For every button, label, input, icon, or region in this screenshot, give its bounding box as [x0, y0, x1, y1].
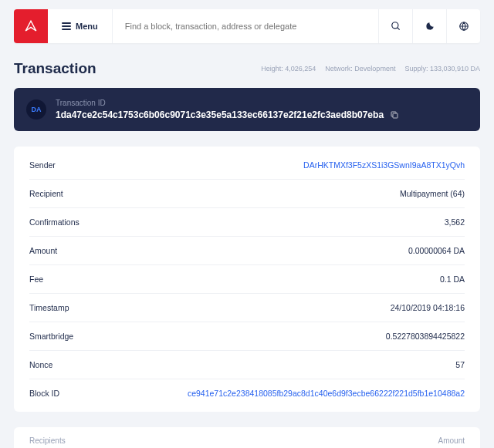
- txid-value: 1da47ce2c54c1753c6b06c9071c3e35e5a133ec6…: [56, 109, 384, 120]
- detail-value: 0.1 DA: [440, 275, 465, 284]
- page-header: Transaction Height: 4,026,254 Network: D…: [14, 60, 480, 77]
- network-meta: Height: 4,026,254 Network: Development S…: [261, 65, 480, 72]
- detail-link[interactable]: DArHKTMXf3F5zXS1i3GSwnI9aA8TX1yQvh: [303, 160, 465, 170]
- transaction-id-card: DA Transaction ID 1da47ce2c54c1753c6b06c…: [14, 88, 480, 131]
- detail-row: Confirmations3,562: [29, 208, 465, 237]
- svg-line-1: [397, 28, 399, 30]
- detail-value: 57: [455, 360, 465, 369]
- brand-logo[interactable]: [14, 9, 48, 43]
- svg-point-0: [391, 22, 398, 29]
- detail-link[interactable]: ce941e71c2e238418085fb29ac8d1c40e6d9f3ec…: [188, 389, 465, 398]
- detail-row: Fee0.1 DA: [29, 265, 465, 294]
- detail-row: Block IDce941e71c2e238418085fb29ac8d1c40…: [29, 379, 465, 407]
- detail-label: Recipient: [29, 189, 63, 198]
- globe-icon: [458, 21, 469, 32]
- detail-value: 0.00000064 DA: [408, 246, 465, 255]
- col-recipients: Recipients: [29, 436, 66, 445]
- detail-row: Smartbridge0.5227803894425822: [29, 322, 465, 351]
- copy-icon[interactable]: [390, 110, 399, 120]
- detail-label: Timestamp: [29, 303, 69, 312]
- recipients-header: Recipients Amount: [29, 427, 465, 448]
- detail-label: Nonce: [29, 360, 52, 369]
- currency-badge: DA: [26, 99, 46, 120]
- detail-value: 24/10/2019 04:18:16: [391, 303, 465, 312]
- details-card: SenderDArHKTMXf3F5zXS1i3GSwnI9aA8TX1yQvh…: [14, 147, 480, 412]
- detail-row: RecipientMultipayment (64): [29, 180, 465, 208]
- detail-label: Fee: [29, 275, 43, 284]
- menu-label: Menu: [76, 22, 98, 31]
- theme-toggle[interactable]: [412, 9, 446, 43]
- detail-label: Smartbridge: [29, 332, 73, 341]
- txid-label: Transaction ID: [56, 99, 399, 107]
- search-input[interactable]: [125, 22, 366, 31]
- detail-value: Multipayment (64): [400, 189, 465, 198]
- detail-label: Amount: [29, 246, 57, 255]
- page-title: Transaction: [14, 60, 96, 77]
- detail-row: Amount0.00000064 DA: [29, 237, 465, 265]
- detail-label: Confirmations: [29, 217, 80, 227]
- network-button[interactable]: [446, 9, 480, 43]
- svg-rect-3: [393, 113, 398, 118]
- detail-row: SenderDArHKTMXf3F5zXS1i3GSwnI9aA8TX1yQvh: [29, 151, 465, 180]
- col-amount: Amount: [438, 436, 465, 445]
- topbar-actions: [378, 9, 480, 43]
- topbar: Menu: [14, 9, 480, 43]
- menu-button[interactable]: Menu: [48, 9, 113, 43]
- hamburger-icon: [62, 22, 71, 30]
- search-button[interactable]: [378, 9, 412, 43]
- detail-row: Timestamp24/10/2019 04:18:16: [29, 294, 465, 322]
- detail-value: 0.5227803894425822: [386, 332, 465, 341]
- detail-value: 3,562: [445, 217, 465, 227]
- detail-label: Sender: [29, 160, 56, 170]
- moon-icon: [425, 21, 435, 32]
- search-icon: [391, 21, 401, 32]
- detail-label: Block ID: [29, 389, 59, 398]
- detail-row: Nonce57: [29, 351, 465, 379]
- recipients-card: Recipients Amount delegate.02ca35b1200.0…: [14, 427, 480, 448]
- search-container: [113, 21, 378, 32]
